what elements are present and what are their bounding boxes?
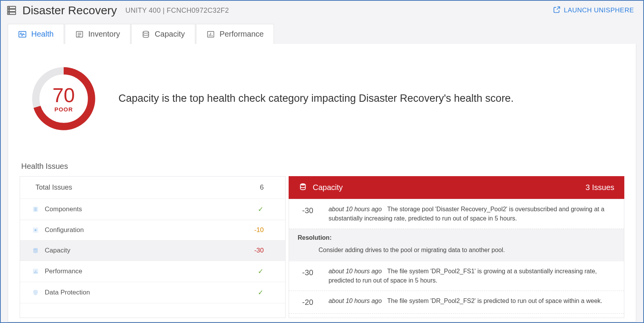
bar-chart-icon (206, 30, 215, 39)
total-issues-count: 6 (260, 183, 264, 192)
issue-timestamp: about 10 hours ago (328, 206, 382, 212)
total-issues-label: Total Issues (35, 183, 72, 192)
health-score-value: 70 (52, 85, 75, 105)
svg-rect-28 (37, 273, 37, 274)
issue-delta: -30 (296, 267, 319, 285)
category-row-configuration[interactable]: Configuration -10 (20, 220, 285, 241)
external-link-icon (553, 6, 561, 15)
category-performance-status-icon: ✓ (258, 267, 264, 276)
category-capacity-label: Capacity (45, 247, 70, 254)
issues-detail-title: Capacity (313, 183, 580, 192)
page-title: Disaster Recovery (22, 4, 117, 17)
tab-bar: Health Inventory Capacity (1, 19, 643, 44)
category-capacity-value: -30 (254, 247, 264, 254)
category-row-components[interactable]: Components ✓ (20, 199, 285, 220)
health-issues-title: Health Issues (21, 162, 624, 171)
issue-resolution: Resolution: Consider adding drives to th… (289, 229, 624, 261)
category-row-data-protection[interactable]: Data Protection ✓ (20, 282, 285, 303)
svg-point-3 (9, 7, 10, 8)
launch-unisphere-label: LAUNCH UNISPHERE (564, 7, 634, 14)
list-icon (75, 30, 84, 39)
resolution-body: Consider adding drives to the pool or mi… (297, 247, 615, 254)
issues-detail-count: 3 Issues (586, 183, 614, 192)
tab-inventory[interactable]: Inventory (65, 24, 130, 44)
capacity-icon (32, 247, 39, 254)
issue-delta: -20 (296, 296, 319, 308)
issue-delta: -30 (296, 205, 319, 223)
issues-category-list: Total Issues 6 Components ✓ (20, 176, 286, 318)
category-row-performance[interactable]: Performance ✓ (20, 261, 285, 282)
svg-rect-21 (34, 210, 37, 211)
category-components-label: Components (45, 205, 82, 213)
health-score-gauge: 70 POOR (30, 66, 97, 132)
page-subtitle: UNITY 400 | FCNCH0972C32F2 (125, 7, 229, 15)
heartbeat-icon (18, 30, 27, 39)
issue-item[interactable]: -30 about 10 hours ago The file system '… (289, 261, 624, 291)
svg-point-11 (143, 31, 149, 33)
issues-detail-header: Capacity 3 Issues (289, 176, 624, 199)
tab-capacity[interactable]: Capacity (131, 24, 195, 44)
svg-point-29 (301, 183, 306, 186)
issue-timestamp: about 10 hours ago (328, 298, 382, 304)
resolution-title: Resolution: (297, 234, 615, 241)
health-score-rating: POOR (54, 106, 73, 113)
svg-point-23 (35, 229, 37, 231)
tab-health-label: Health (31, 30, 54, 39)
issue-text: The file system 'DR_Pool2_FS2' is predic… (387, 298, 603, 304)
tab-health[interactable]: Health (8, 24, 64, 44)
issue-timestamp: about 10 hours ago (328, 268, 382, 274)
svg-point-5 (9, 13, 10, 14)
category-configuration-value: -10 (254, 226, 264, 234)
configuration-icon (32, 226, 39, 234)
tab-inventory-label: Inventory (88, 30, 120, 39)
svg-rect-26 (34, 272, 35, 273)
category-components-status-icon: ✓ (258, 205, 264, 214)
tab-performance[interactable]: Performance (196, 24, 274, 44)
database-icon (142, 30, 150, 39)
category-data-protection-label: Data Protection (45, 289, 90, 296)
svg-rect-27 (35, 271, 36, 274)
svg-rect-20 (34, 209, 37, 210)
issue-item[interactable]: -30 about 10 hours ago The storage pool … (289, 199, 624, 229)
database-icon (299, 182, 307, 193)
server-icon (6, 5, 17, 16)
shield-icon (32, 289, 39, 296)
svg-rect-19 (34, 208, 37, 209)
issue-item[interactable]: -20 about 10 hours ago The file system '… (289, 291, 624, 314)
category-performance-label: Performance (45, 267, 82, 275)
launch-unisphere-link[interactable]: LAUNCH UNISPHERE (553, 6, 634, 15)
svg-point-4 (9, 10, 10, 11)
components-icon (32, 205, 39, 213)
tab-capacity-label: Capacity (155, 30, 185, 39)
performance-icon (32, 267, 39, 275)
category-row-capacity[interactable]: Capacity -30 (20, 241, 285, 261)
health-score-message: Capacity is the top health check categor… (118, 91, 514, 106)
tab-performance-label: Performance (220, 30, 264, 39)
issues-detail-list[interactable]: -30 about 10 hours ago The storage pool … (289, 199, 624, 318)
category-configuration-label: Configuration (45, 226, 84, 234)
category-data-protection-status-icon: ✓ (258, 288, 264, 297)
